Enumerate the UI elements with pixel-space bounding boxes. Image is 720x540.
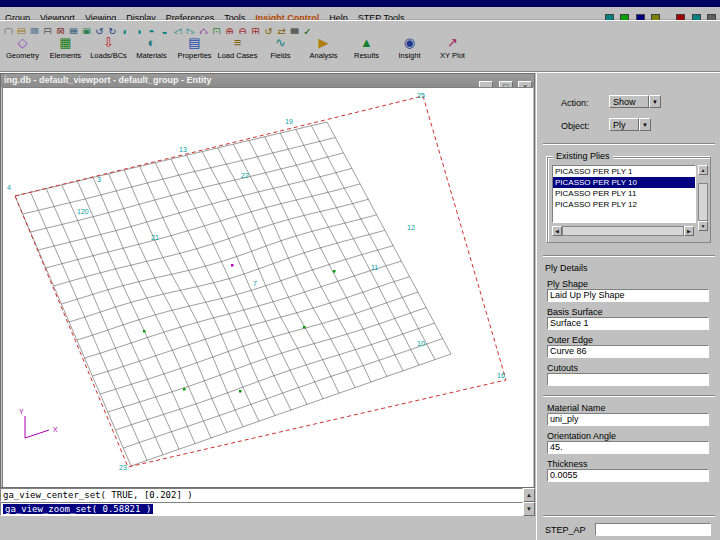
mesh-line — [202, 152, 323, 399]
node-label: 16 — [497, 372, 505, 379]
ply-details-heading: Ply Details — [545, 263, 588, 273]
mesh-line — [54, 199, 369, 286]
elements-button[interactable]: ▦Elements — [44, 34, 87, 69]
outer-edge-field[interactable]: Curve 86 — [547, 345, 709, 358]
loads-bcs-button[interactable]: ⇩Loads/BCs — [87, 34, 130, 69]
mesh-line — [327, 122, 451, 354]
materials-label: Materials — [130, 51, 173, 60]
node-label: 12 — [407, 224, 415, 231]
command-scrollbar[interactable]: ▲ ▼ — [523, 488, 535, 516]
scroll-up-icon[interactable]: ▲ — [698, 165, 708, 175]
orientation-angle-field[interactable]: 45. — [547, 441, 709, 454]
insight-button[interactable]: ◉Insight — [388, 34, 431, 69]
mesh-line — [280, 133, 403, 371]
mesh-line — [85, 261, 402, 358]
mesh-line — [62, 185, 179, 449]
fields-icon: ∿ — [259, 34, 302, 51]
scroll-track[interactable] — [562, 226, 684, 236]
materials-button[interactable]: ◐Materials — [130, 34, 173, 69]
action-dropdown[interactable]: Show▼ — [609, 95, 661, 110]
mesh-line — [249, 141, 371, 383]
application-window: { "colors": { "selection": "#000080", "m… — [0, 0, 720, 540]
node-marker — [303, 326, 306, 329]
graphics-canvas[interactable]: 25191334120222112117101623YX — [2, 87, 533, 487]
scroll-left-icon[interactable]: ◀ — [552, 226, 562, 236]
command-line-2[interactable]: ga_view_zoom_set( 0.58821 ) — [0, 502, 523, 516]
panel-separator — [543, 395, 715, 397]
cutouts-field[interactable] — [547, 373, 709, 386]
command-text-1: ga_view_center_set( TRUE, [0.202] ) — [3, 490, 193, 500]
load-cases-button[interactable]: ≡Load Cases — [216, 34, 259, 69]
geometry-button[interactable]: ◇Geometry — [1, 34, 44, 69]
scroll-down-icon[interactable]: ▼ — [698, 221, 708, 231]
node-marker — [143, 330, 146, 333]
ply-list-item[interactable]: PICASSO PER PLY 1 — [553, 166, 695, 177]
fields-label: Fields — [259, 51, 302, 60]
results-label: Results — [345, 51, 388, 60]
load-cases-icon: ≡ — [216, 34, 259, 51]
mesh-line — [171, 159, 291, 410]
properties-label: Properties — [173, 51, 216, 60]
insight-icon: ◉ — [388, 34, 431, 51]
properties-button[interactable]: ▤Properties — [173, 34, 216, 69]
object-value[interactable]: Ply — [609, 118, 639, 131]
results-button[interactable]: ▲Results — [345, 34, 388, 69]
elements-label: Elements — [44, 51, 87, 60]
mesh-line — [187, 155, 307, 404]
existing-plies-legend: Existing Plies — [553, 151, 613, 161]
action-value[interactable]: Show — [609, 95, 649, 108]
node-label: 13 — [179, 146, 187, 153]
viewport-title: ing.db - default_viewport - default_grou… — [4, 75, 212, 85]
mesh-line — [218, 148, 339, 393]
panel-separator — [543, 255, 715, 257]
material-name-field[interactable]: uni_ply — [547, 413, 709, 426]
node-label: 120 — [77, 208, 89, 215]
main-toolbar: ◇Geometry▦Elements⇩Loads/BCs◐Materials▤P… — [0, 34, 720, 71]
ply-shape-field[interactable]: Laid Up Ply Shape — [547, 289, 709, 302]
node-label: 7 — [253, 280, 257, 287]
small-toolbar: ▢▤▥⊟⊠▦▣↺↻◐◑◓◒◁▷◇⊡⊕⊖⊞↺⇄▩✓ — [0, 20, 720, 34]
ply-list-item[interactable]: PICASSO PER PLY 11 — [553, 188, 695, 199]
control-panel: Action: Show▼ Object: Ply▼ PICASSO PER P… — [536, 73, 720, 540]
loads-bcs-label: Loads/BCs — [87, 51, 130, 60]
ply-list-item[interactable]: PICASSO PER PLY 12 — [553, 199, 695, 210]
xy-plot-button[interactable]: ↗XY Plot — [431, 34, 474, 69]
fields-button[interactable]: ∿Fields — [259, 34, 302, 69]
object-label: Object: — [561, 121, 590, 131]
viewport-title-bar[interactable]: ing.db - default_viewport - default_grou… — [1, 74, 534, 87]
scroll-track[interactable] — [698, 183, 708, 221]
ply-list-item[interactable]: PICASSO PER PLY 10 — [553, 177, 695, 188]
ply-shape-label: Ply Shape — [547, 279, 588, 289]
scroll-down-icon[interactable]: ▼ — [523, 502, 535, 516]
triad-axis — [25, 430, 49, 438]
xy-plot-label: XY Plot — [431, 51, 474, 60]
panel-separator — [543, 515, 715, 517]
node-label: 11 — [371, 264, 378, 271]
cutouts-label: Cutouts — [547, 363, 578, 373]
top-title-bar — [0, 0, 720, 7]
plies-hscrollbar[interactable]: ◀▶ — [552, 226, 696, 236]
mesh-line — [109, 174, 227, 433]
plies-list[interactable]: PICASSO PER PLY 1PICASSO PER PLY 10PICAS… — [552, 165, 696, 223]
object-dropdown[interactable]: Ply▼ — [609, 118, 651, 133]
mesh-line — [77, 181, 195, 443]
xy-plot-icon: ↗ — [431, 34, 474, 51]
chevron-down-icon[interactable]: ▼ — [639, 118, 651, 131]
loads-bcs-icon: ⇩ — [87, 34, 130, 51]
node-marker — [231, 264, 234, 267]
analysis-icon: ▶ — [302, 34, 345, 51]
scroll-up-icon[interactable]: ▲ — [523, 488, 535, 502]
outer-edge-label: Outer Edge — [547, 335, 593, 345]
step-ap-field[interactable] — [595, 523, 711, 536]
analysis-button[interactable]: ▶Analysis — [302, 34, 345, 69]
viewport-window: ing.db - default_viewport - default_grou… — [0, 73, 535, 488]
geometry-icon: ◇ — [1, 34, 44, 51]
mesh-line — [296, 129, 419, 365]
scroll-right-icon[interactable]: ▶ — [684, 226, 694, 236]
plies-vscrollbar[interactable]: ▲ ▼ — [698, 165, 708, 223]
basis-surface-field[interactable]: Surface 1 — [547, 317, 709, 330]
chevron-down-icon[interactable]: ▼ — [649, 95, 661, 108]
thickness-field[interactable]: 0.0055 — [547, 469, 709, 482]
command-line-1[interactable]: ga_view_center_set( TRUE, [0.202] ) — [0, 488, 523, 502]
materials-icon: ◐ — [130, 34, 173, 51]
